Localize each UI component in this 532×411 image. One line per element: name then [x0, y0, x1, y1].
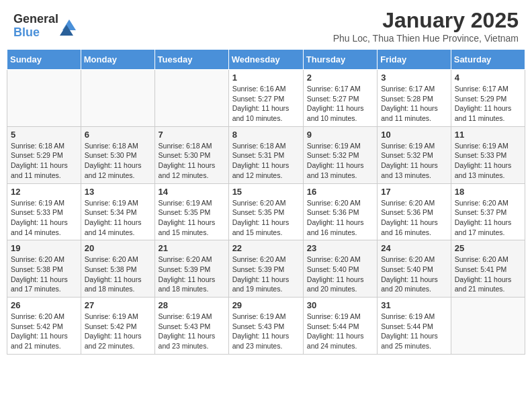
calendar-cell: 16Sunrise: 6:20 AM Sunset: 5:36 PM Dayli…	[303, 183, 377, 240]
day-info: Sunrise: 6:17 AM Sunset: 5:29 PM Dayligh…	[455, 84, 521, 124]
calendar-cell: 5Sunrise: 6:18 AM Sunset: 5:29 PM Daylig…	[7, 126, 81, 183]
calendar-cell	[81, 70, 154, 127]
day-info: Sunrise: 6:19 AM Sunset: 5:43 PM Dayligh…	[232, 312, 300, 351]
week-row-3: 12Sunrise: 6:19 AM Sunset: 5:33 PM Dayli…	[7, 183, 525, 240]
calendar-cell: 2Sunrise: 6:17 AM Sunset: 5:27 PM Daylig…	[303, 70, 377, 127]
calendar-body: 1Sunrise: 6:16 AM Sunset: 5:27 PM Daylig…	[7, 70, 525, 355]
day-info: Sunrise: 6:19 AM Sunset: 5:44 PM Dayligh…	[381, 312, 447, 351]
calendar-table: SundayMondayTuesdayWednesdayThursdayFrid…	[7, 49, 525, 355]
day-number: 30	[307, 300, 373, 310]
day-number: 14	[159, 187, 225, 197]
day-number: 3	[381, 73, 447, 83]
day-number: 4	[455, 73, 521, 83]
calendar-cell: 20Sunrise: 6:20 AM Sunset: 5:38 PM Dayli…	[81, 240, 154, 298]
calendar-cell: 7Sunrise: 6:18 AM Sunset: 5:30 PM Daylig…	[154, 126, 228, 183]
day-info: Sunrise: 6:20 AM Sunset: 5:38 PM Dayligh…	[11, 255, 77, 294]
calendar-header: SundayMondayTuesdayWednesdayThursdayFrid…	[7, 50, 525, 70]
day-info: Sunrise: 6:20 AM Sunset: 5:35 PM Dayligh…	[232, 198, 300, 238]
weekday-header-tuesday: Tuesday	[154, 50, 228, 70]
month-title: January 2025	[333, 8, 519, 33]
day-info: Sunrise: 6:20 AM Sunset: 5:36 PM Dayligh…	[307, 198, 373, 238]
day-number: 10	[381, 130, 447, 140]
day-info: Sunrise: 6:19 AM Sunset: 5:42 PM Dayligh…	[85, 312, 151, 351]
calendar-cell: 6Sunrise: 6:18 AM Sunset: 5:30 PM Daylig…	[81, 126, 154, 183]
logo-icon	[60, 17, 76, 36]
day-info: Sunrise: 6:20 AM Sunset: 5:39 PM Dayligh…	[232, 255, 300, 294]
day-info: Sunrise: 6:20 AM Sunset: 5:40 PM Dayligh…	[381, 255, 447, 294]
day-info: Sunrise: 6:20 AM Sunset: 5:37 PM Dayligh…	[455, 198, 521, 238]
day-number: 15	[232, 187, 300, 197]
logo: General Blue	[13, 13, 76, 40]
day-info: Sunrise: 6:19 AM Sunset: 5:34 PM Dayligh…	[85, 198, 151, 238]
day-info: Sunrise: 6:20 AM Sunset: 5:41 PM Dayligh…	[455, 255, 521, 294]
day-number: 12	[11, 187, 77, 197]
day-info: Sunrise: 6:19 AM Sunset: 5:33 PM Dayligh…	[455, 141, 521, 181]
day-number: 31	[381, 300, 447, 310]
logo-general-text: General	[13, 13, 58, 26]
day-number: 5	[11, 130, 77, 140]
week-row-2: 5Sunrise: 6:18 AM Sunset: 5:29 PM Daylig…	[7, 126, 525, 183]
weekday-row: SundayMondayTuesdayWednesdayThursdayFrid…	[7, 50, 525, 70]
calendar-cell: 14Sunrise: 6:19 AM Sunset: 5:35 PM Dayli…	[154, 183, 228, 240]
calendar-cell: 21Sunrise: 6:20 AM Sunset: 5:39 PM Dayli…	[154, 240, 228, 298]
day-number: 27	[85, 300, 151, 310]
day-number: 21	[159, 243, 225, 253]
day-info: Sunrise: 6:19 AM Sunset: 5:44 PM Dayligh…	[307, 312, 373, 351]
calendar-cell: 25Sunrise: 6:20 AM Sunset: 5:41 PM Dayli…	[451, 240, 525, 298]
logo-blue-text: Blue	[13, 26, 58, 40]
day-number: 7	[159, 130, 225, 140]
day-number: 17	[381, 187, 447, 197]
calendar-cell: 19Sunrise: 6:20 AM Sunset: 5:38 PM Dayli…	[7, 240, 81, 298]
day-number: 19	[11, 243, 77, 253]
calendar-cell: 28Sunrise: 6:19 AM Sunset: 5:43 PM Dayli…	[154, 298, 228, 355]
calendar-container: SundayMondayTuesdayWednesdayThursdayFrid…	[0, 49, 532, 361]
day-number: 20	[85, 243, 151, 253]
day-number: 24	[381, 243, 447, 253]
weekday-header-monday: Monday	[81, 50, 154, 70]
day-number: 16	[307, 187, 373, 197]
calendar-cell: 15Sunrise: 6:20 AM Sunset: 5:35 PM Dayli…	[228, 183, 303, 240]
day-number: 29	[232, 300, 300, 310]
day-number: 11	[455, 130, 521, 140]
day-info: Sunrise: 6:20 AM Sunset: 5:40 PM Dayligh…	[307, 255, 373, 294]
calendar-cell: 27Sunrise: 6:19 AM Sunset: 5:42 PM Dayli…	[81, 298, 154, 355]
calendar-cell: 3Sunrise: 6:17 AM Sunset: 5:28 PM Daylig…	[378, 70, 451, 127]
week-row-1: 1Sunrise: 6:16 AM Sunset: 5:27 PM Daylig…	[7, 70, 525, 127]
calendar-cell	[451, 298, 525, 355]
calendar-cell	[7, 70, 81, 127]
calendar-cell: 26Sunrise: 6:20 AM Sunset: 5:42 PM Dayli…	[7, 298, 81, 355]
day-number: 9	[307, 130, 373, 140]
day-info: Sunrise: 6:19 AM Sunset: 5:32 PM Dayligh…	[381, 141, 447, 181]
calendar-cell: 23Sunrise: 6:20 AM Sunset: 5:40 PM Dayli…	[303, 240, 377, 298]
week-row-4: 19Sunrise: 6:20 AM Sunset: 5:38 PM Dayli…	[7, 240, 525, 298]
calendar-cell: 13Sunrise: 6:19 AM Sunset: 5:34 PM Dayli…	[81, 183, 154, 240]
calendar-cell: 4Sunrise: 6:17 AM Sunset: 5:29 PM Daylig…	[451, 70, 525, 127]
calendar-cell: 17Sunrise: 6:20 AM Sunset: 5:36 PM Dayli…	[378, 183, 451, 240]
day-info: Sunrise: 6:20 AM Sunset: 5:36 PM Dayligh…	[381, 198, 447, 238]
day-number: 2	[307, 73, 373, 83]
calendar-cell: 10Sunrise: 6:19 AM Sunset: 5:32 PM Dayli…	[378, 126, 451, 183]
calendar-cell: 11Sunrise: 6:19 AM Sunset: 5:33 PM Dayli…	[451, 126, 525, 183]
day-number: 18	[455, 187, 521, 197]
calendar-cell: 31Sunrise: 6:19 AM Sunset: 5:44 PM Dayli…	[378, 298, 451, 355]
day-info: Sunrise: 6:18 AM Sunset: 5:30 PM Dayligh…	[85, 141, 151, 181]
title-block: January 2025 Phu Loc, Thua Thien Hue Pro…	[333, 8, 519, 44]
weekday-header-friday: Friday	[378, 50, 451, 70]
day-info: Sunrise: 6:17 AM Sunset: 5:27 PM Dayligh…	[307, 84, 373, 124]
calendar-cell: 1Sunrise: 6:16 AM Sunset: 5:27 PM Daylig…	[228, 70, 303, 127]
day-number: 1	[232, 73, 300, 83]
weekday-header-wednesday: Wednesday	[228, 50, 303, 70]
week-row-5: 26Sunrise: 6:20 AM Sunset: 5:42 PM Dayli…	[7, 298, 525, 355]
day-info: Sunrise: 6:18 AM Sunset: 5:29 PM Dayligh…	[11, 141, 77, 181]
weekday-header-thursday: Thursday	[303, 50, 377, 70]
day-number: 25	[455, 243, 521, 253]
weekday-header-sunday: Sunday	[7, 50, 81, 70]
day-info: Sunrise: 6:19 AM Sunset: 5:43 PM Dayligh…	[159, 312, 225, 351]
calendar-cell: 9Sunrise: 6:19 AM Sunset: 5:32 PM Daylig…	[303, 126, 377, 183]
day-number: 6	[85, 130, 151, 140]
day-info: Sunrise: 6:20 AM Sunset: 5:38 PM Dayligh…	[85, 255, 151, 294]
location-subtitle: Phu Loc, Thua Thien Hue Province, Vietna…	[333, 33, 519, 44]
day-number: 13	[85, 187, 151, 197]
day-info: Sunrise: 6:19 AM Sunset: 5:32 PM Dayligh…	[307, 141, 373, 181]
header: General Blue January 2025 Phu Loc, Thua …	[0, 0, 532, 49]
